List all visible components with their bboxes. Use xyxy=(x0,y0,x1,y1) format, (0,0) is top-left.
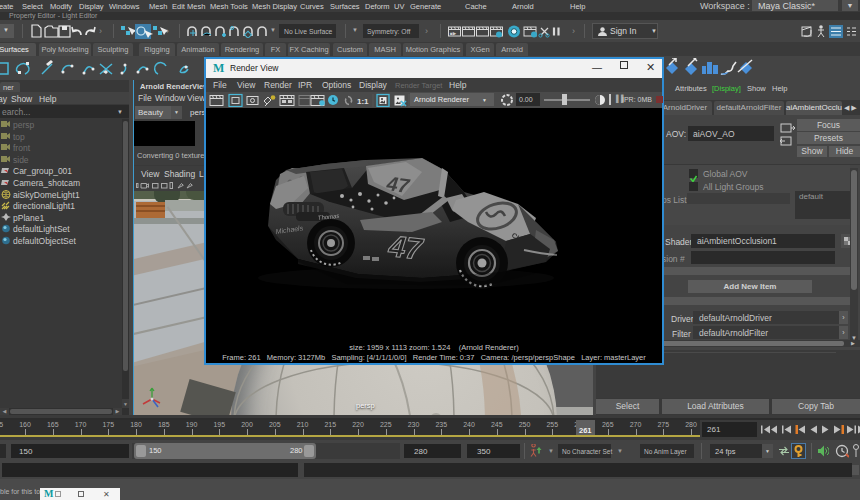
svg-text:■▶: ■▶ xyxy=(450,31,457,36)
svg-text:1:1: 1:1 xyxy=(357,97,369,106)
